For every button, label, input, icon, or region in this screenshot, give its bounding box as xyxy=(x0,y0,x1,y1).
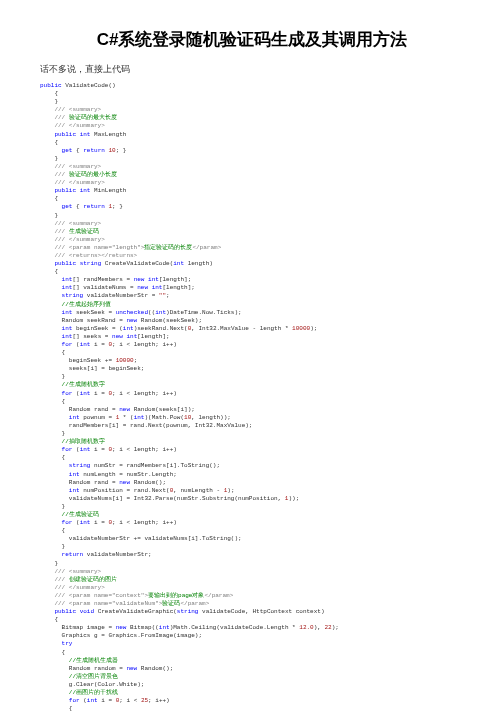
code-block: public ValidateCode() { } /// <summary> … xyxy=(40,82,464,713)
document-title: C#系统登录随机验证码生成及其调用方法 xyxy=(40,28,464,51)
intro-text: 话不多说，直接上代码 xyxy=(40,63,464,76)
document-container: C#系统登录随机验证码生成及其调用方法 话不多说，直接上代码 public Va… xyxy=(0,0,504,713)
